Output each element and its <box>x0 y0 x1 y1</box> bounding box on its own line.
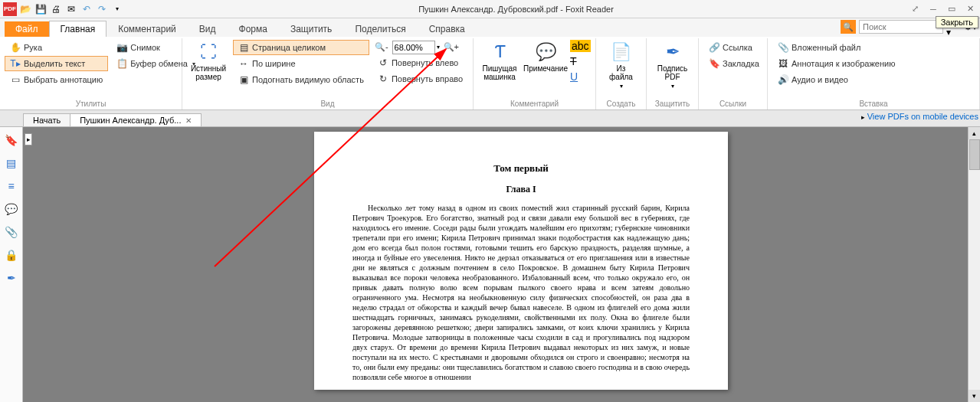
clipboard-icon: 📋 <box>116 58 127 69</box>
open-icon[interactable]: 📂 <box>18 2 32 16</box>
scroll-thumb[interactable] <box>969 139 980 170</box>
underline-icon[interactable]: U <box>570 70 591 83</box>
zoom-dropdown-icon[interactable]: ▾ <box>437 44 440 51</box>
search-input[interactable] <box>859 20 943 34</box>
rotate-left-label: Повернуть влево <box>392 58 458 67</box>
qat-dropdown-icon[interactable]: ▾ <box>110 2 124 16</box>
tab-form[interactable]: Форма <box>228 21 279 37</box>
strike-icon[interactable]: T <box>570 55 591 67</box>
select-annot-button[interactable]: ▭Выбрать аннотацию <box>5 72 108 87</box>
hand-label: Рука <box>24 43 42 52</box>
av-button[interactable]: 🔊Аудио и видео <box>772 72 900 87</box>
signatures-icon[interactable]: ✒ <box>5 271 18 285</box>
zoom-in-button[interactable]: 🔍+ <box>441 40 461 54</box>
navigation-pane: 🔖 ▤ ≡ 💬 📎 🔒 ✒ <box>0 127 23 402</box>
image-annot-button[interactable]: 🖼Аннотация к изображению <box>772 56 900 71</box>
promo-banner[interactable]: ▸ View PDFs on mobile devices <box>861 112 978 121</box>
close-tab-icon[interactable]: ✕ <box>185 116 192 125</box>
group-links: 🔗Ссылка 🔖Закладка Ссылки <box>699 38 768 109</box>
tab-comment[interactable]: Комментарий <box>107 21 188 37</box>
ribbon-min-icon[interactable]: ⤢ <box>908 4 922 15</box>
pdf-page: Том первый Глава I Несколько лет тому на… <box>314 132 728 390</box>
bookmark-label: Закладка <box>723 59 759 68</box>
window-title: Пушкин Александр. Дубровский.pdf - Foxit… <box>124 5 908 14</box>
fit-visible-button[interactable]: ▣Подогнать видимую область <box>233 72 369 87</box>
av-label: Аудио и видео <box>792 75 848 84</box>
group-comment: ƬПишущая машинка 💬Примечание abc T U Ком… <box>474 38 596 109</box>
promo-link[interactable]: View PDFs on mobile devices <box>867 112 978 121</box>
bookmark-button[interactable]: 🔖Закладка <box>703 56 765 71</box>
annot-select-icon: ▭ <box>10 74 21 85</box>
title-bar: PDF 📂 💾 🖨 ✉ ↶ ↷ ▾ Пушкин Александр. Дубр… <box>0 0 980 18</box>
undo-icon[interactable]: ↶ <box>80 2 93 16</box>
scroll-up-icon[interactable]: ▴ <box>969 127 980 139</box>
attachments-icon[interactable]: 📎 <box>5 225 18 239</box>
link-label: Ссылка <box>723 43 752 52</box>
select-annot-label: Выбрать аннотацию <box>24 75 103 84</box>
hand-tool-button[interactable]: ✋Рука <box>5 40 108 55</box>
save-icon[interactable]: 💾 <box>34 2 48 16</box>
layers-icon[interactable]: ≡ <box>5 179 18 193</box>
group-create-label: Создать <box>601 98 641 109</box>
redo-icon[interactable]: ↷ <box>95 2 109 16</box>
tab-view[interactable]: Вид <box>188 21 228 37</box>
pages-icon[interactable]: ▤ <box>5 156 18 170</box>
from-file-icon: 📄 <box>611 41 631 63</box>
from-file-label: Из файла <box>605 64 637 81</box>
select-text-button[interactable]: Т▸Выделить текст <box>5 56 108 71</box>
bookmarks-icon[interactable]: 🔖 <box>5 133 18 147</box>
zoom-out-icon: 🔍- <box>375 42 388 52</box>
tab-help[interactable]: Справка <box>418 21 477 37</box>
link-button[interactable]: 🔗Ссылка <box>703 40 765 55</box>
fit-visible-icon: ▣ <box>238 74 249 85</box>
note-icon: 💬 <box>536 41 556 63</box>
rotate-left-button[interactable]: ↺Повернуть влево <box>372 55 468 70</box>
tab-share[interactable]: Поделиться <box>343 21 417 37</box>
maximize-icon[interactable]: ▭ <box>945 4 959 15</box>
document-tab[interactable]: Пушкин Александр. Дуб...✕ <box>70 113 202 126</box>
group-view: ⛶ Истинный размер ▤Страница целиком ↔По … <box>182 38 474 109</box>
typewriter-button[interactable]: ƬПишущая машинка <box>478 40 521 83</box>
vertical-scrollbar[interactable]: ▴ ▾ <box>968 127 980 402</box>
fit-width-button[interactable]: ↔По ширине <box>233 56 369 71</box>
group-protect: ✒Подпись PDF▾ Защитить <box>647 38 699 109</box>
document-canvas[interactable]: ▸ Том первый Глава I Несколько лет тому … <box>23 127 980 402</box>
security-icon[interactable]: 🔒 <box>5 248 18 262</box>
zoom-input[interactable] <box>392 41 435 54</box>
quick-access-toolbar: PDF 📂 💾 🖨 ✉ ↶ ↷ ▾ <box>3 2 124 16</box>
group-utilities-label: Утилиты <box>5 98 177 109</box>
group-protect-label: Защитить <box>651 98 693 109</box>
scroll-down-icon[interactable]: ▾ <box>969 390 980 402</box>
find-button-icon[interactable]: 🔍 <box>841 20 856 34</box>
close-icon[interactable]: ✕ <box>963 4 977 15</box>
email-icon[interactable]: ✉ <box>64 2 78 16</box>
page-volume-title: Том первый <box>352 162 690 175</box>
text-select-icon: Т▸ <box>10 58 21 69</box>
tab-file[interactable]: Файл <box>5 21 49 37</box>
window-controls: ⤢ ─ ▭ ✕ Закрыть <box>908 4 977 15</box>
note-button[interactable]: 💬Примечание <box>524 40 567 74</box>
group-comment-label: Комментарий <box>478 98 591 109</box>
attach-button[interactable]: 📎Вложенный файл <box>772 40 900 55</box>
actual-size-button[interactable]: ⛶ Истинный размер <box>187 40 230 83</box>
ribbon: ✋Рука Т▸Выделить текст ▭Выбрать аннотаци… <box>0 37 980 110</box>
pane-collapse-handle[interactable]: ▸ <box>25 133 32 145</box>
fit-page-icon: ▤ <box>238 42 249 53</box>
group-insert-label: Вставка <box>772 98 975 109</box>
hand-icon: ✋ <box>10 42 21 53</box>
print-icon[interactable]: 🖨 <box>49 2 63 16</box>
rotate-right-button[interactable]: ↻Повернуть вправо <box>372 71 468 87</box>
start-tab[interactable]: Начать <box>23 113 70 126</box>
sign-button[interactable]: ✒Подпись PDF▾ <box>651 40 693 91</box>
tab-main[interactable]: Главная <box>49 21 107 37</box>
fit-page-button[interactable]: ▤Страница целиком <box>233 40 369 55</box>
from-file-button[interactable]: 📄Из файла▾ <box>601 40 641 91</box>
pdf-icon: PDF <box>3 2 17 16</box>
zoom-out-button[interactable]: 🔍- <box>372 40 391 54</box>
highlight-icon[interactable]: abc <box>570 40 591 52</box>
sign-label: Подпись PDF <box>656 64 689 81</box>
minimize-icon[interactable]: ─ <box>926 4 940 15</box>
tab-protect[interactable]: Защитить <box>279 21 343 37</box>
comments-icon[interactable]: 💬 <box>5 202 18 216</box>
fit-page-label: Страница целиком <box>252 43 326 52</box>
